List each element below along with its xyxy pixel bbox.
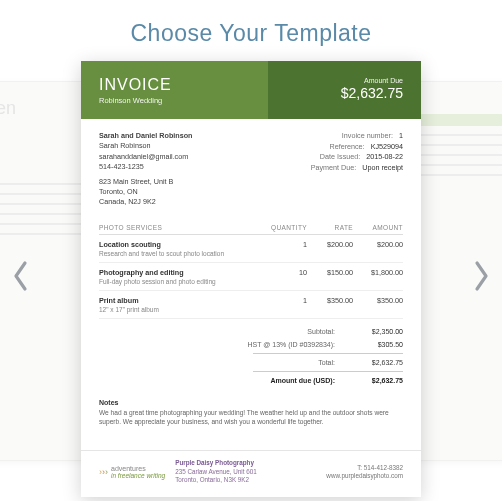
next-arrow[interactable]	[466, 254, 496, 298]
invoice-subtitle: Robinson Wedding	[99, 96, 172, 105]
prev-arrow[interactable]	[6, 254, 36, 298]
line-item: Print album12" x 17" print album 1 $350.…	[99, 291, 403, 319]
amount-due-label: Amount Due	[341, 77, 403, 84]
invoice-template[interactable]: INVOICE Robinson Wedding Amount Due $2,6…	[81, 61, 421, 497]
line-item: Location scoutingResearch and travel to …	[99, 235, 403, 263]
chevron-left-icon	[11, 260, 31, 292]
brand-logo: ››› adventures in freelance writing	[99, 465, 165, 480]
template-carousel: adven INVOICE Robinson Wedding Amount Du…	[0, 61, 502, 491]
invoice-footer: ››› adventures in freelance writing Purp…	[81, 450, 421, 497]
page-title: Choose Your Template	[0, 0, 502, 61]
notes-block: Notes We had a great time photographing …	[99, 399, 403, 426]
bill-to-block: Sarah and Daniel Robinson Sarah Robinson…	[99, 131, 192, 208]
invoice-title: INVOICE	[99, 77, 172, 94]
line-items-header: PHOTO SERVICES QUANTITY RATE AMOUNT	[99, 218, 403, 235]
amount-due-value: $2,632.75	[341, 85, 403, 101]
invoice-meta: Invoice number:1 Reference:KJ529094 Date…	[311, 131, 403, 208]
totals-block: Subtotal:$2,350.00 HST @ 13% (ID #039283…	[99, 325, 403, 387]
invoice-header: INVOICE Robinson Wedding Amount Due $2,6…	[81, 61, 421, 119]
chevrons-icon: ›››	[99, 468, 108, 477]
chevron-right-icon	[471, 260, 491, 292]
line-item: Photography and editingFull-day photo se…	[99, 263, 403, 291]
